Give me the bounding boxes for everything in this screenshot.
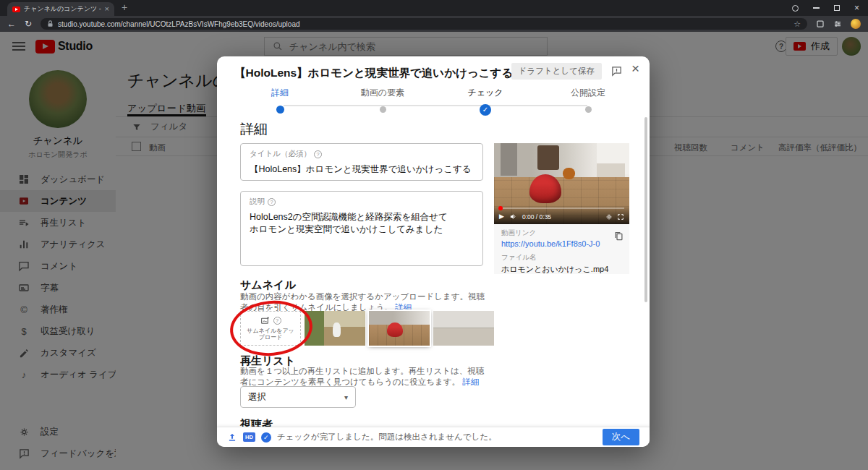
playhead[interactable] (498, 206, 503, 210)
progress-bar[interactable] (499, 208, 624, 209)
step-dot (585, 106, 592, 113)
fullscreen-icon[interactable] (617, 213, 624, 221)
filename-value: ホロモンとおいかけっこ.mp4 (501, 264, 622, 275)
dialog-title: 【HoloLens】ホロモンと現実世界で追いかけっこする (234, 66, 553, 81)
browser-profile-avatar[interactable] (851, 19, 861, 29)
help-icon[interactable]: ? (268, 198, 276, 206)
url-text: studio.youtube.com/channel/UCOtzLPAzBsVI… (58, 20, 789, 28)
back-icon[interactable]: ← (7, 20, 16, 28)
description-line[interactable]: ホロモンと現実空間で追いかけこしてみました (250, 223, 474, 236)
save-draft-button[interactable]: ドラフトとして保存 (511, 63, 602, 80)
filename-label: ファイル名 (501, 253, 622, 262)
thumbnail-option-3[interactable] (433, 311, 494, 346)
stepper-line (284, 105, 587, 106)
step-checks[interactable]: チェック ✓ (442, 87, 529, 116)
thumbnail-option-2-selected[interactable] (369, 311, 430, 346)
browser-toolbar: ← ↻ studio.youtube.com/channel/UCOtzLPAz… (0, 16, 868, 32)
dialog-feedback-icon[interactable] (611, 66, 622, 77)
video-panel: ▶ 0:00 / 0:35 動画リンク https://youtu.be/k1F… (494, 143, 629, 274)
title-field-value[interactable]: 【HoloLens】ホロモンと現実世界で追いかけっこする (250, 163, 474, 176)
upload-status-icon (227, 432, 237, 443)
app-circle-icon[interactable] (792, 5, 799, 12)
step-video-elements[interactable]: 動画の要素 (339, 87, 426, 113)
maximize-icon[interactable] (834, 5, 840, 11)
title-field-label: タイトル（必須） (250, 149, 311, 159)
thumbnail-learn-more-link[interactable]: 詳細 (395, 303, 412, 312)
thumbnail-heading: サムネイル (240, 278, 296, 292)
playlist-select-dropdown[interactable]: 選択 ▾ (240, 386, 356, 408)
url-bar[interactable]: studio.youtube.com/channel/UCOtzLPAzBsVI… (41, 18, 807, 30)
browser-tab[interactable]: チャンネルのコンテンツ - YouTube St × (7, 2, 114, 16)
help-icon[interactable]: ? (314, 150, 322, 158)
dialog-close-icon[interactable]: × (631, 61, 639, 75)
player-settings-icon[interactable] (605, 213, 613, 221)
checks-complete-icon: ✓ (261, 432, 271, 443)
tab-title: チャンネルのコンテンツ - YouTube St (24, 4, 101, 14)
video-link-label: 動画リンク (501, 228, 622, 238)
volume-icon[interactable] (509, 213, 517, 221)
reading-list-icon[interactable] (816, 20, 825, 28)
chevron-down-icon: ▾ (344, 393, 348, 401)
screen: チャンネルのコンテンツ - YouTube St × + × ← ↻ studi… (0, 0, 868, 470)
extensions-icon[interactable] (833, 20, 842, 28)
hd-badge: HD (243, 432, 255, 442)
next-button[interactable]: 次へ (603, 429, 639, 445)
youtube-favicon (12, 7, 20, 12)
section-heading: 詳細 (240, 120, 268, 139)
browser-tabstrip: チャンネルのコンテンツ - YouTube St × + × (0, 0, 868, 16)
play-icon[interactable]: ▶ (499, 213, 504, 220)
checks-message: チェックが完了しました。問題は検出されませんでした。 (277, 432, 597, 443)
bookmark-star-icon[interactable]: ☆ (793, 20, 801, 28)
video-link[interactable]: https://youtu.be/k1Ff8s0-J-0 (501, 239, 622, 248)
lock-icon (47, 20, 54, 27)
stepper: 詳細 動画の要素 チェック ✓ 公開設定 (217, 84, 650, 116)
step-dot (380, 106, 386, 113)
tab-close-icon[interactable]: × (105, 5, 109, 13)
new-tab-button[interactable]: + (122, 1, 127, 13)
time-display: 0:00 / 0:35 (522, 213, 551, 221)
step-dot (276, 106, 284, 114)
video-info: 動画リンク https://youtu.be/k1Ff8s0-J-0 ファイル名… (494, 224, 629, 275)
playlist-learn-more-link[interactable]: 詳細 (462, 377, 479, 386)
step-details[interactable]: 詳細 (237, 87, 323, 114)
thumbnail-option-1[interactable] (305, 311, 365, 346)
window-close-icon[interactable]: × (854, 4, 859, 12)
description-line[interactable]: HoloLens2の空間認識機能と経路探索を組合せて (250, 211, 474, 223)
description-field-label: 説明 (250, 197, 265, 207)
description-field[interactable]: 説明 ? HoloLens2の空間認識機能と経路探索を組合せて ホロモンと現実空… (240, 191, 483, 266)
copy-icon[interactable] (613, 231, 624, 242)
upload-dialog: 【HoloLens】ホロモンと現実世界で追いかけっこする ドラフトとして保存 ×… (217, 56, 650, 447)
video-player[interactable]: ▶ 0:00 / 0:35 (494, 143, 629, 224)
minimize-icon[interactable] (813, 7, 820, 9)
step-visibility[interactable]: 公開設定 (545, 87, 631, 113)
dialog-footer: HD ✓ チェックが完了しました。問題は検出されませんでした。 次へ (217, 427, 650, 447)
title-field[interactable]: タイトル（必須） ? 【HoloLens】ホロモンと現実世界で追いかけっこする (240, 143, 483, 181)
dialog-scrollbar[interactable] (644, 117, 647, 302)
check-icon: ✓ (480, 104, 491, 116)
playlist-description: 動画を１つ以上の再生リストに追加します。再生リストは、視聴者にコンテンツを素早く… (240, 366, 486, 387)
window-controls: × (792, 0, 859, 16)
reload-icon[interactable]: ↻ (25, 20, 32, 28)
